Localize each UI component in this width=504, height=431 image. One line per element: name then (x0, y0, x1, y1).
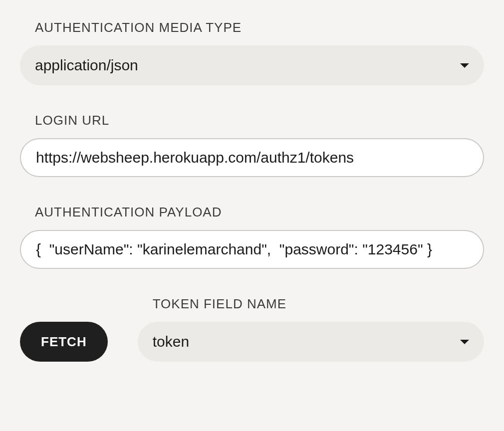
login-url-group: LOGIN URL (20, 113, 484, 177)
media-type-select[interactable]: application/json (20, 45, 484, 85)
auth-payload-group: AUTHENTICATION PAYLOAD (20, 205, 484, 269)
token-field-group: TOKEN FIELD NAME token (138, 296, 484, 362)
login-url-label: LOGIN URL (20, 113, 484, 128)
auth-payload-input[interactable] (20, 230, 484, 269)
token-field-value: token (153, 333, 460, 350)
chevron-down-icon (460, 63, 469, 68)
auth-form: AUTHENTICATION MEDIA TYPE application/js… (20, 20, 484, 362)
token-field-label: TOKEN FIELD NAME (138, 296, 484, 312)
fetch-button[interactable]: FETCH (20, 322, 108, 362)
media-type-group: AUTHENTICATION MEDIA TYPE application/js… (20, 20, 484, 85)
media-type-value: application/json (35, 57, 460, 74)
bottom-row: FETCH TOKEN FIELD NAME token (20, 296, 484, 362)
chevron-down-icon (460, 340, 469, 344)
media-type-label: AUTHENTICATION MEDIA TYPE (20, 20, 484, 35)
auth-payload-label: AUTHENTICATION PAYLOAD (20, 205, 484, 220)
token-field-select[interactable]: token (138, 322, 484, 362)
login-url-input[interactable] (20, 138, 484, 177)
